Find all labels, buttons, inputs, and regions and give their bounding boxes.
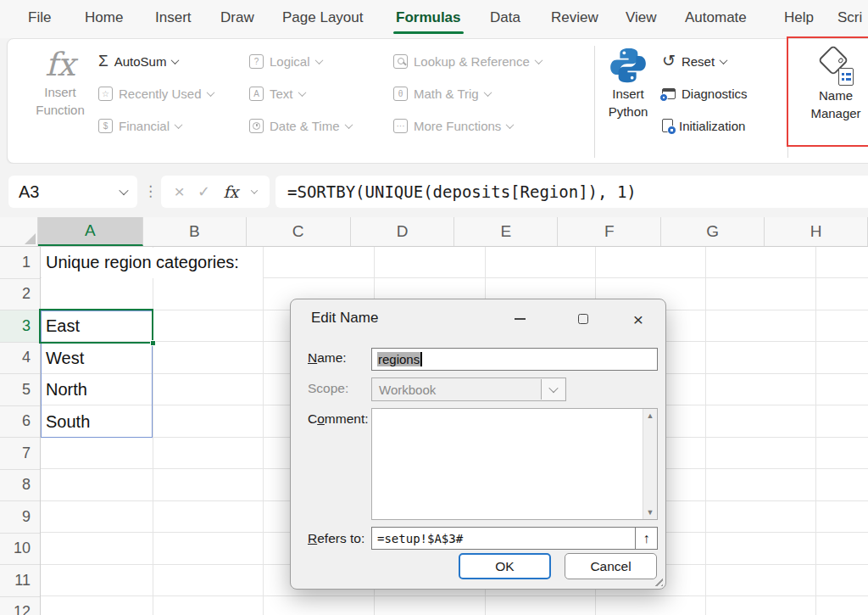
- tab-insert[interactable]: Insert: [155, 9, 192, 26]
- name-input[interactable]: regions: [371, 348, 658, 371]
- row-header-3[interactable]: 3: [0, 310, 40, 343]
- comment-scrollbar[interactable]: ▲ ▼: [643, 409, 657, 519]
- initialization-icon: [662, 119, 673, 132]
- cell-A1[interactable]: Unique region categories:: [46, 247, 239, 279]
- autosum-label: AutoSum: [114, 54, 167, 69]
- scroll-down-icon[interactable]: ▼: [647, 508, 654, 517]
- name-box[interactable]: A3: [8, 176, 137, 208]
- chevron-down-icon[interactable]: [119, 186, 128, 195]
- name-manager-button[interactable]: Name Manager: [798, 44, 868, 156]
- collapse-dialog-button[interactable]: ↑: [635, 527, 658, 550]
- vertical-gridline: [705, 247, 706, 615]
- column-header-E[interactable]: E: [454, 217, 558, 246]
- tab-formulas[interactable]: Formulas: [396, 9, 461, 26]
- scroll-up-icon[interactable]: ▲: [647, 411, 654, 420]
- insert-python-label-1: Insert: [612, 85, 644, 103]
- row-header-4[interactable]: 4: [0, 343, 40, 375]
- clock-book-icon: [249, 119, 264, 133]
- scope-value: Workbook: [379, 383, 436, 397]
- column-header-D[interactable]: D: [351, 217, 455, 246]
- column-header-G[interactable]: G: [661, 217, 765, 246]
- chevron-down-icon[interactable]: [250, 187, 257, 193]
- row-header-2[interactable]: 2: [0, 279, 40, 311]
- vertical-gridline: [815, 247, 816, 615]
- row-header-8[interactable]: 8: [0, 470, 40, 502]
- insert-function-button[interactable]: fx Insert Function: [19, 46, 101, 158]
- row-header-12[interactable]: 12: [0, 597, 40, 615]
- tab-view[interactable]: View: [626, 9, 657, 26]
- magnifier-book-icon: [393, 54, 408, 69]
- row-header-7[interactable]: 7: [0, 438, 40, 470]
- row-header-9[interactable]: 9: [0, 501, 40, 534]
- collapse-arrow-icon: ↑: [643, 531, 650, 546]
- tab-draw[interactable]: Draw: [220, 9, 254, 26]
- cancel-entry-icon[interactable]: ×: [174, 182, 184, 202]
- ribbon-tab-bar: File Home Insert Draw Page Layout Formul…: [0, 0, 868, 38]
- tab-help[interactable]: Help: [784, 9, 814, 26]
- cancel-button[interactable]: Cancel: [565, 553, 657, 579]
- column-header-B[interactable]: B: [143, 217, 247, 246]
- more-functions-label: More Functions: [414, 119, 501, 133]
- logical-button[interactable]: ? Logical: [249, 49, 322, 73]
- refers-to-field-label: Refers to:: [308, 531, 364, 546]
- column-header-C[interactable]: C: [247, 217, 351, 246]
- scope-dropdown[interactable]: Workbook: [371, 377, 566, 401]
- date-time-button[interactable]: Date & Time: [249, 114, 352, 137]
- financial-button[interactable]: $ Financial: [98, 114, 181, 137]
- tab-review[interactable]: Review: [551, 9, 598, 26]
- initialization-button[interactable]: Initialization: [662, 114, 745, 137]
- diagnostics-button[interactable]: Diagnostics: [662, 81, 748, 105]
- refers-to-input[interactable]: =setup!$A$3#: [371, 527, 636, 550]
- name-manager-label-2: Manager: [810, 104, 860, 122]
- formula-bar-row: A3 ⋮ × ✓ fx =SORTBY(UNIQUE(deposits[Regi…: [0, 164, 868, 217]
- close-button[interactable]: ×: [626, 308, 650, 330]
- recently-used-button[interactable]: ☆ Recently Used: [98, 81, 214, 105]
- formula-bar-drag-handle[interactable]: ⋮: [143, 182, 158, 200]
- reset-undo-icon: ↺: [662, 53, 676, 69]
- row-header-10[interactable]: 10: [0, 534, 40, 566]
- text-label: Text: [270, 87, 293, 101]
- ok-label: OK: [495, 559, 514, 574]
- comment-textarea[interactable]: ▲ ▼: [371, 408, 658, 520]
- ok-button[interactable]: OK: [459, 553, 551, 579]
- cell-reference: A3: [19, 182, 39, 202]
- maximize-button[interactable]: [571, 308, 595, 330]
- tab-data[interactable]: Data: [490, 9, 520, 26]
- text-book-icon: A: [249, 87, 264, 101]
- tab-home[interactable]: Home: [85, 9, 123, 26]
- minimize-button[interactable]: [508, 308, 531, 330]
- group-divider: [787, 46, 788, 158]
- insert-python-label-2: Python: [609, 103, 648, 120]
- autosum-button[interactable]: Σ AutoSum: [98, 49, 178, 73]
- row-header-11[interactable]: 11: [0, 565, 40, 597]
- tab-file[interactable]: File: [28, 9, 51, 26]
- more-functions-button[interactable]: ··· More Functions: [393, 114, 513, 137]
- sigma-icon: Σ: [98, 52, 108, 70]
- chevron-down-icon: [534, 56, 542, 64]
- financial-book-icon: $: [98, 119, 113, 133]
- lookup-reference-button[interactable]: Lookup & Reference: [393, 49, 542, 73]
- tab-page-layout[interactable]: Page Layout: [282, 9, 363, 26]
- row-header-1[interactable]: 1: [0, 247, 40, 279]
- column-header-A[interactable]: A: [38, 217, 143, 246]
- edit-name-dialog: Edit Name × Name: regions Scope: Workboo…: [290, 299, 666, 590]
- chevron-down-icon: [483, 88, 492, 97]
- insert-function-icon[interactable]: fx: [223, 182, 238, 201]
- insert-python-button[interactable]: Insert Python: [601, 46, 655, 158]
- row-header-5[interactable]: 5: [0, 374, 40, 406]
- enter-entry-icon[interactable]: ✓: [198, 182, 210, 201]
- diagnostics-label: Diagnostics: [682, 87, 748, 101]
- row-header-6[interactable]: 6: [0, 406, 40, 439]
- select-all-corner[interactable]: [0, 217, 38, 246]
- tab-automate[interactable]: Automate: [685, 9, 747, 26]
- scope-dropdown-button[interactable]: [541, 379, 565, 400]
- scope-field-label: Scope:: [308, 381, 348, 396]
- formula-input[interactable]: =SORTBY(UNIQUE(deposits[Region]), 1): [275, 176, 868, 208]
- math-trig-button[interactable]: θ Math & Trig: [393, 81, 491, 105]
- tab-script[interactable]: Scri: [837, 9, 862, 26]
- column-header-H[interactable]: H: [765, 217, 868, 246]
- column-header-F[interactable]: F: [558, 217, 661, 246]
- reset-button[interactable]: ↺ Reset: [662, 49, 726, 73]
- fill-handle[interactable]: [150, 340, 156, 346]
- text-button[interactable]: A Text: [249, 81, 305, 105]
